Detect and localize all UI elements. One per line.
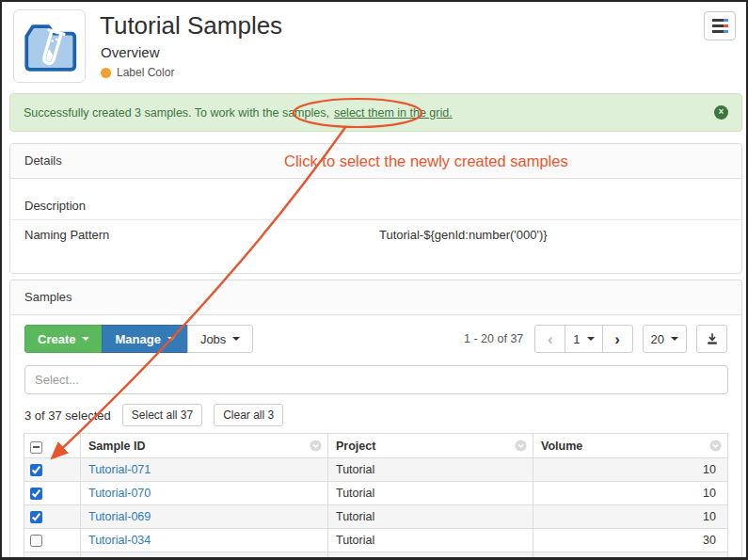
pagination-range: 1 - 20 of 37 <box>464 332 523 345</box>
caret-down-icon <box>587 337 595 341</box>
samples-grid: Sample ID Project Volume <box>24 433 728 560</box>
volume-cell: 10 <box>533 552 728 560</box>
prev-page-button[interactable]: ‹ <box>534 325 565 353</box>
pagination: 1 - 20 of 37 ‹ 1 › 20 <box>464 325 727 353</box>
details-panel-heading: Details <box>10 144 741 179</box>
select-page-checkbox[interactable] <box>30 441 42 454</box>
table-row: Tutorial-069 Tutorial 10 <box>24 505 728 529</box>
table-row: Tutorial-033 Tutorial 10 <box>24 552 728 560</box>
detail-label: Naming Pattern <box>24 228 109 242</box>
caret-down-icon <box>671 337 678 341</box>
jobs-button[interactable]: Jobs <box>187 325 253 353</box>
row-checkbox[interactable] <box>30 488 42 500</box>
sample-type-icon-card <box>13 9 86 83</box>
caret-down-icon <box>232 337 240 341</box>
project-cell: Tutorial <box>328 552 533 560</box>
sample-link[interactable]: Tutorial-071 <box>88 463 151 476</box>
page-title: Tutorial Samples <box>100 11 282 40</box>
export-button[interactable] <box>696 325 727 353</box>
caret-down-icon <box>82 337 89 341</box>
volume-cell: 10 <box>533 482 728 505</box>
folder-testtube-icon <box>22 19 78 73</box>
project-cell: Tutorial <box>328 505 533 529</box>
chevron-left-icon: ‹ <box>548 331 553 347</box>
manage-button[interactable]: Manage <box>102 325 187 353</box>
row-checkbox[interactable] <box>30 535 42 547</box>
alert-close-icon[interactable]: × <box>714 105 728 120</box>
chevron-right-icon: › <box>614 331 620 347</box>
column-menu-icon[interactable] <box>709 440 722 452</box>
samples-panel-heading: Samples <box>10 280 741 315</box>
clear-all-button[interactable]: Clear all 3 <box>214 404 283 426</box>
product-menu-button[interactable] <box>704 11 736 40</box>
table-row: Tutorial-034 Tutorial 30 <box>24 529 728 552</box>
next-page-button[interactable]: › <box>602 325 633 353</box>
detail-label: Description <box>24 199 86 213</box>
page-size-dropdown[interactable]: 20 <box>643 325 687 353</box>
volume-cell: 10 <box>533 458 728 482</box>
volume-cell: 10 <box>533 505 728 529</box>
row-checkbox[interactable] <box>30 464 42 476</box>
column-menu-icon[interactable] <box>515 440 527 452</box>
selection-status-row: 3 of 37 selected Select all 37 Clear all… <box>24 404 727 426</box>
success-alert: Successfully created 3 samples. To work … <box>9 93 742 132</box>
table-row: Tutorial-071 Tutorial 10 <box>24 458 728 482</box>
column-header-sample-id[interactable]: Sample ID <box>81 434 328 458</box>
detail-row-naming-pattern: Naming Pattern Tutorial-${genId:number('… <box>10 220 741 249</box>
grid-toolbar: Create Manage Jobs 1 - 20 of 37 ‹ <box>10 315 741 362</box>
sample-link[interactable]: Tutorial-069 <box>88 510 151 523</box>
project-cell: Tutorial <box>328 482 533 505</box>
row-checkbox[interactable] <box>30 511 42 523</box>
sample-link[interactable]: Tutorial-034 <box>88 534 151 547</box>
sample-link[interactable]: Tutorial-070 <box>88 487 151 500</box>
column-menu-icon[interactable] <box>310 440 322 452</box>
alert-message: Successfully created 3 samples. To work … <box>24 106 329 120</box>
label-color-text: Label Color <box>117 66 174 79</box>
detail-value: Tutorial-${genId:number('000')} <box>379 220 548 249</box>
app-window: Tutorial Samples Overview Label Color Su… <box>0 0 748 560</box>
project-cell: Tutorial <box>328 458 533 482</box>
caret-down-icon <box>167 337 175 341</box>
current-page-dropdown[interactable]: 1 <box>565 325 602 353</box>
label-color-dot-icon <box>101 68 111 78</box>
action-button-group: Create Manage Jobs <box>24 325 253 353</box>
details-panel: Details Description Naming Pattern Tutor… <box>9 143 742 274</box>
selection-status: 3 of 37 selected <box>24 408 111 423</box>
grid-filter-input[interactable] <box>24 365 728 394</box>
grid-header-row: Sample ID Project Volume <box>24 434 728 458</box>
table-row: Tutorial-070 Tutorial 10 <box>24 482 728 505</box>
label-color-row: Label Color <box>101 66 174 79</box>
detail-row-description: Description <box>10 191 741 220</box>
create-button[interactable]: Create <box>24 325 103 353</box>
download-icon <box>706 332 719 345</box>
project-cell: Tutorial <box>328 529 533 552</box>
samples-panel: Samples Create Manage Jobs 1 - 20 of 37 <box>9 280 742 560</box>
volume-cell: 30 <box>533 529 728 552</box>
hamburger-icon <box>712 19 728 22</box>
column-header-project[interactable]: Project <box>328 434 533 458</box>
page-subtitle: Overview <box>101 44 160 60</box>
column-header-volume[interactable]: Volume <box>533 434 728 458</box>
select-all-button[interactable]: Select all 37 <box>122 404 202 426</box>
select-in-grid-link[interactable]: select them in the grid. <box>334 106 453 120</box>
